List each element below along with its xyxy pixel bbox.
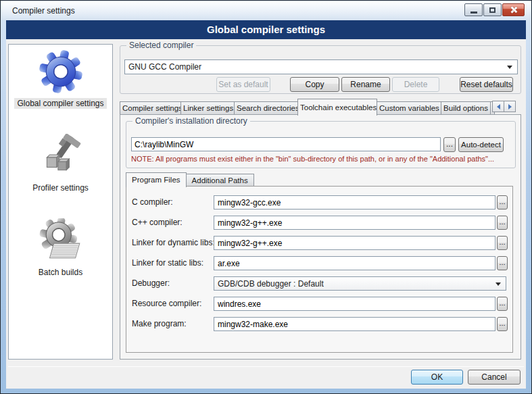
make-program-input[interactable] [214,317,495,331]
tab-scroll-buttons [493,101,516,112]
cpp-compiler-input[interactable] [214,216,495,230]
sidebar-item-label: Global compiler settings [14,98,106,109]
title-bar[interactable]: Compiler settings [1,1,531,20]
dynamic-linker-input[interactable] [214,236,495,250]
maximize-icon [489,7,495,13]
field-label: Linker for static libs: [132,258,203,268]
ok-button[interactable]: OK [411,370,463,385]
browse-static-linker-button[interactable]: ... [497,256,508,270]
blue-gear-icon [39,49,83,94]
tab-custom-variables[interactable]: Custom variables [377,101,441,115]
footer-divider [8,366,524,367]
settings-tab-bar: Compiler settings Linker settings Search… [120,97,521,115]
field-row-dynamic-linker: Linker for dynamic libs: ... [126,236,512,251]
toolchain-executables-page: Compiler's installation directory ... Au… [120,114,521,360]
bin-subdirectory-note: NOTE: All programs must exist either in … [131,155,494,163]
cancel-button[interactable]: Cancel [468,370,521,385]
debugger-select-value: GDB/CDB debugger : Default [218,279,324,289]
browse-make-program-button[interactable]: ... [497,317,508,331]
chevron-down-icon [507,66,512,69]
field-label: C++ compiler: [132,218,183,227]
selected-compiler-group: Selected compiler GNU GCC Compiler Set a… [120,45,521,94]
auto-detect-button[interactable]: Auto-detect [458,137,504,152]
field-row-c-compiler: C compiler: ... [126,195,512,210]
installation-directory-group-label: Compiler's installation directory [132,116,250,126]
tab-toolchain-executables[interactable]: Toolchain executables [297,99,377,116]
tab-compiler-settings[interactable]: Compiler settings [120,101,181,115]
tab-linker-settings[interactable]: Linker settings [180,101,235,115]
close-icon [510,6,517,14]
browse-cpp-compiler-button[interactable]: ... [497,216,508,230]
installation-directory-input[interactable] [131,137,441,151]
field-label: Linker for dynamic libs: [132,238,215,247]
field-row-make-program: Make program: ... [126,317,512,332]
profiler-caliper-icon [39,134,83,178]
minimize-icon [470,11,477,14]
field-row-cpp-compiler: C++ compiler: ... [126,216,512,230]
rename-button[interactable]: Rename [341,77,390,92]
subtab-program-files[interactable]: Program Files [126,172,187,187]
field-label: C compiler: [132,197,173,207]
c-compiler-input[interactable] [214,195,495,210]
page-title: Global compiler settings [6,20,526,39]
dialog-window: Compiler settings Global compiler settin… [0,0,532,394]
window-title: Compiler settings [12,6,75,16]
settings-category-list: Global compiler settings Profiler [8,44,113,360]
field-label: Resource compiler: [132,299,201,308]
reset-defaults-button[interactable]: Reset defaults [460,77,513,92]
minimize-button[interactable] [464,3,483,16]
static-linker-input[interactable] [214,256,495,270]
gray-gear-stack-icon [39,218,83,263]
browse-resource-compiler-button[interactable]: ... [497,297,508,311]
compiler-select[interactable]: GNU GCC Compiler [124,59,518,74]
tab-scroll-right-button[interactable] [504,101,516,112]
program-tabs-bar: Program Files Additional Paths [126,172,253,187]
chevron-down-icon [495,282,501,286]
tab-build-options[interactable]: Build options [441,101,491,115]
selected-compiler-group-label: Selected compiler [126,41,196,50]
close-button[interactable] [502,3,525,16]
copy-button[interactable]: Copy [290,77,339,92]
compiler-select-value: GNU GCC Compiler [128,62,201,72]
delete-button: Delete [392,77,439,92]
tab-search-directories[interactable]: Search directories [234,101,298,115]
field-label: Make program: [132,319,187,328]
browse-directory-button[interactable]: ... [443,137,456,152]
browse-c-compiler-button[interactable]: ... [497,195,508,210]
debugger-select[interactable]: GDB/CDB debugger : Default [214,276,506,291]
installation-directory-group: Compiler's installation directory ... Au… [126,121,516,168]
sidebar-item-label: Batch builds [36,267,85,278]
maximize-button[interactable] [483,3,502,16]
sidebar-item-label: Profiler settings [30,182,91,193]
browse-dynamic-linker-button[interactable]: ... [497,236,508,250]
resource-compiler-input[interactable] [214,297,495,311]
arrow-right-icon [508,104,512,109]
window-controls [464,3,525,16]
dialog-content: Global compiler settings [6,20,526,389]
sidebar-item-batch-builds[interactable]: Batch builds [9,218,112,278]
tab-scroll-left-button[interactable] [492,101,504,112]
field-row-static-linker: Linker for static libs: ... [126,256,512,271]
program-files-page: C compiler: ... C++ compiler: ... Linker… [126,186,513,353]
field-row-debugger: Debugger: GDB/CDB debugger : Default [126,276,512,291]
sidebar-item-profiler-settings[interactable]: Profiler settings [9,134,112,193]
field-label: Debugger: [132,278,170,288]
set-as-default-button: Set as default [216,77,270,92]
arrow-left-icon [497,104,500,109]
field-row-resource-compiler: Resource compiler: ... [126,297,512,312]
sidebar-item-global-compiler-settings[interactable]: Global compiler settings [9,49,112,109]
subtab-additional-paths[interactable]: Additional Paths [186,174,254,187]
